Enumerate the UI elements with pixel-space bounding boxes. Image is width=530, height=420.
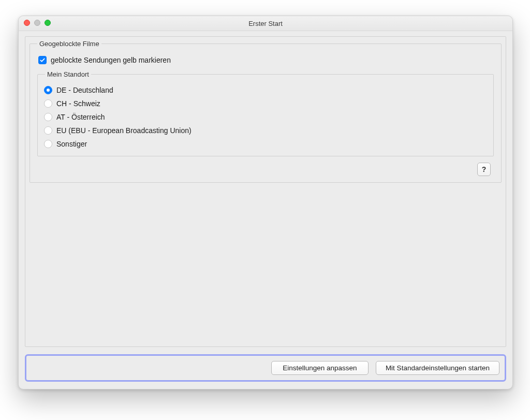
mark-blocked-label: geblockte Sendungen gelb markieren [51,56,171,64]
geoblock-group: Geogeblockte Filme geblockte Sendungen g… [30,40,502,183]
customize-settings-button[interactable]: Einstellungen anpassen [271,361,369,375]
traffic-lights [24,20,51,26]
location-option-de[interactable]: DE - Deutschland [43,83,488,97]
location-option-label: DE - Deutschland [56,86,113,94]
footer-button-bar: Einstellungen anpassen Mit Standardeinst… [25,354,506,382]
location-option-label: AT - Österreich [56,113,105,121]
start-with-defaults-button[interactable]: Mit Standardeinstellungen starten [376,361,499,375]
radio-selected-icon[interactable] [44,86,52,94]
radio-icon[interactable] [44,126,52,135]
question-mark-icon: ? [482,165,487,173]
location-option-other[interactable]: Sonstiger [43,137,488,151]
radio-icon[interactable] [44,140,52,148]
location-option-label: CH - Schweiz [56,99,100,108]
titlebar: Erster Start [19,16,512,31]
zoom-window-button[interactable] [45,20,51,26]
radio-icon[interactable] [44,113,52,121]
location-group: Mein Standort DE - Deutschland CH - Schw… [37,70,494,156]
location-option-label: Sonstiger [56,140,87,148]
checkbox-checked-icon[interactable] [38,56,47,64]
minimize-window-button [34,20,40,26]
mark-blocked-checkbox-row[interactable]: geblockte Sendungen gelb markieren [35,55,496,70]
help-button[interactable]: ? [477,163,491,176]
location-option-label: EU (EBU - European Broadcasting Union) [56,126,192,135]
geoblock-legend: Geogeblockte Filme [37,40,101,48]
window: Erster Start Geogeblockte Filme geblockt… [18,16,513,389]
radio-icon[interactable] [44,99,52,108]
close-window-button[interactable] [24,20,30,26]
window-title: Erster Start [248,20,283,27]
main-panel: Geogeblockte Filme geblockte Sendungen g… [25,36,506,347]
location-option-ch[interactable]: CH - Schweiz [43,97,488,110]
location-option-eu[interactable]: EU (EBU - European Broadcasting Union) [43,124,488,137]
content-area: Geogeblockte Filme geblockte Sendungen g… [19,31,512,389]
location-legend: Mein Standort [45,70,91,78]
location-option-at[interactable]: AT - Österreich [43,110,488,124]
